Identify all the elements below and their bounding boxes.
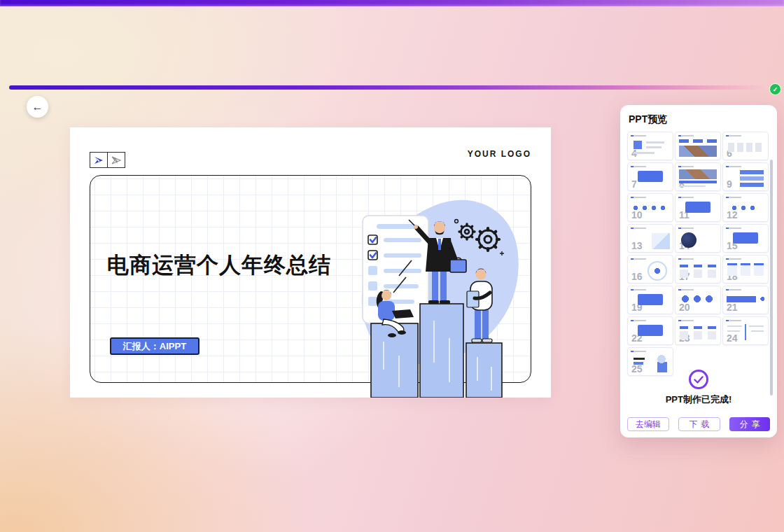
thumbnail-number: 17	[679, 272, 690, 281]
thumbnail-number: 7	[631, 179, 637, 189]
action-buttons: 去编辑 下载 分享	[627, 417, 770, 431]
slide-thumbnail-13[interactable]: 13	[627, 224, 673, 253]
thumbnail-number: 25	[631, 364, 643, 374]
slide-thumbnail-23[interactable]: 23	[675, 316, 721, 345]
thumbnail-number: 15	[727, 241, 738, 251]
slide-thumbnail-21[interactable]: 21	[722, 286, 769, 314]
slide-illustration	[350, 195, 525, 398]
slide-thumbnail-25[interactable]: 25	[627, 347, 673, 376]
thumbnail-number: 21	[727, 302, 738, 312]
progress-complete-icon: ✓	[769, 83, 781, 95]
slide-title: 电商运营个人年终总结	[107, 251, 331, 280]
slide-thumbnail-10[interactable]: 10	[627, 193, 673, 222]
thumbnail-number: 19	[631, 302, 643, 312]
slide-thumbnail-7[interactable]: 7	[627, 162, 673, 191]
thumbnail-number: 5	[679, 148, 685, 158]
top-brand-strip	[0, 0, 784, 6]
thumbnail-number: 22	[631, 333, 643, 343]
thumbnail-number: 18	[727, 272, 738, 281]
main-slide-preview: YOUR LOGO 电商运营个人年终总结 汇报人：AIPPT	[70, 127, 551, 398]
thumbnail-number: 14	[679, 241, 690, 251]
progress-bar	[9, 85, 766, 90]
slide-thumbnail-15[interactable]: 15	[722, 224, 769, 253]
thumbnail-number: 8	[679, 179, 685, 189]
paper-plane-icon-gray	[107, 152, 125, 168]
back-button[interactable]: ←	[27, 96, 48, 118]
slide-thumbnail-17[interactable]: 17	[675, 255, 721, 284]
slide-thumbnail-19[interactable]: 19	[627, 286, 673, 314]
thumbnail-number: 10	[631, 210, 643, 220]
slide-thumbnail-12[interactable]: 12	[722, 193, 769, 222]
slide-thumbnail-4[interactable]: 4	[627, 132, 673, 160]
thumbnail-number: 11	[679, 210, 690, 220]
slide-logo-text: YOUR LOGO	[468, 149, 531, 159]
done-check-icon	[689, 370, 708, 389]
presenter-badge: 汇报人：AIPPT	[110, 337, 200, 355]
slide-thumbnail-5[interactable]: 5	[675, 132, 721, 160]
slide-thumbnail-6[interactable]: 6	[722, 132, 769, 160]
panel-scrollbar[interactable]	[770, 160, 773, 396]
download-button[interactable]: 下载	[678, 417, 720, 431]
thumbnail-grid: 45678910111213141516171819202122232425	[627, 132, 767, 376]
thumbnail-number: 23	[679, 333, 690, 343]
app-window: ✓ ← YOUR LOGO 电商运营个人年终总结 汇报人：AIPPT	[0, 0, 784, 532]
thumbnail-number: 12	[727, 210, 738, 220]
ppt-preview-panel: PPT预览 4567891011121314151617181920212223…	[620, 105, 777, 438]
thumbnail-number: 6	[727, 148, 732, 158]
slide-thumbnail-18[interactable]: 18	[722, 255, 769, 284]
slide-thumbnail-16[interactable]: 16	[627, 255, 673, 284]
share-button[interactable]: 分享	[729, 417, 770, 431]
edit-button[interactable]: 去编辑	[627, 417, 669, 431]
thumbnail-number: 9	[727, 179, 732, 189]
slide-thumbnail-20[interactable]: 20	[675, 286, 721, 314]
thumbnail-number: 4	[631, 148, 637, 158]
slide-thumbnail-22[interactable]: 22	[627, 316, 673, 345]
slide-thumbnail-9[interactable]: 9	[722, 162, 769, 191]
panel-title: PPT预览	[629, 113, 667, 126]
paper-plane-icons	[90, 152, 125, 168]
thumbnail-number: 24	[727, 333, 738, 343]
thumbnail-number: 20	[679, 302, 690, 312]
slide-thumbnail-11[interactable]: 11	[675, 193, 721, 222]
slide-thumbnail-14[interactable]: 14	[675, 224, 721, 253]
thumbnail-number: 13	[631, 241, 643, 251]
slide-thumbnail-8[interactable]: 8	[675, 162, 721, 191]
slide-thumbnail-24[interactable]: 24	[722, 316, 769, 345]
thumbnail-number: 16	[631, 272, 643, 281]
completion-status-text: PPT制作已完成!	[620, 393, 777, 406]
paper-plane-icon-blue	[90, 152, 108, 168]
